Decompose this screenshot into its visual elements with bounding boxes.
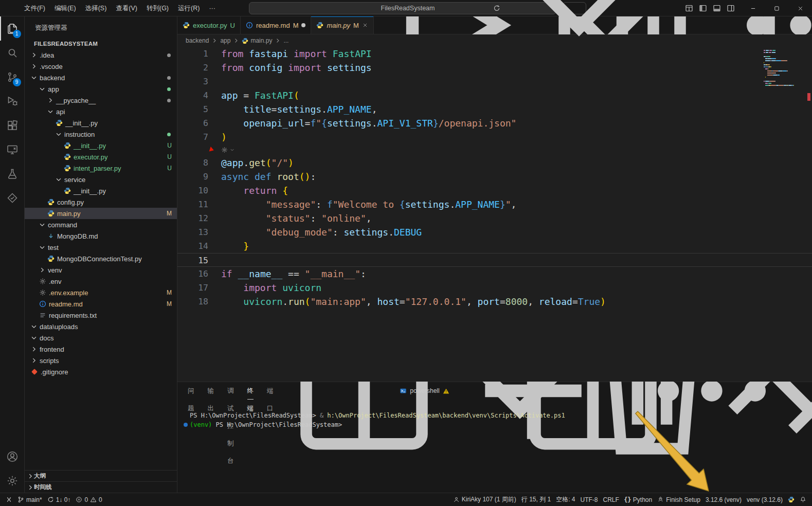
terminal[interactable]: PS H:\OwnProject\FilesReadSysteam> & h:\…	[177, 400, 812, 493]
tree-item-data-uploads[interactable]: data\uploads	[25, 321, 177, 332]
status-cursor-position[interactable]: 行 15, 列 1	[519, 493, 553, 506]
tree-item-api[interactable]: api	[25, 106, 177, 117]
menu-item[interactable]: 编辑(E)	[50, 3, 81, 14]
tree-item-MongoDB.md[interactable]: MongoDB.md	[25, 230, 177, 242]
minimize-button[interactable]	[741, 0, 765, 16]
code-line-4[interactable]: 4 app = FastAPI(	[177, 88, 812, 102]
customize-layout-icon[interactable]	[685, 4, 693, 12]
tree-item-main.py[interactable]: main.pyM	[25, 208, 177, 219]
code-line-17[interactable]: 17 import uvicorn	[177, 281, 812, 295]
sidebar-section-时间线[interactable]: 时间线	[25, 481, 177, 493]
code-line-10[interactable]: 10 return {	[177, 184, 812, 197]
activity-extensions[interactable]	[0, 113, 25, 137]
code-line-8[interactable]: 8 @app.get("/")	[177, 156, 812, 170]
breadcrumb-item[interactable]: main.py	[242, 37, 272, 44]
session-toolbar-button[interactable]	[563, 2, 586, 14]
code-line-15[interactable]: 15	[177, 253, 812, 267]
code-line-16[interactable]: 16 if __name__ == "__main__":	[177, 267, 812, 281]
status-end-of-line[interactable]: CRLF	[601, 493, 622, 506]
activity-accounts[interactable]	[0, 444, 25, 468]
tree-item-app[interactable]: app	[25, 83, 177, 95]
tree-item-.idea[interactable]: .idea	[25, 49, 177, 61]
go-back-icon[interactable]	[218, 4, 226, 12]
status-python-environment[interactable]: venv (3.12.6)	[744, 493, 785, 506]
tree-item-test[interactable]: test	[25, 242, 177, 253]
toggle-panel-icon[interactable]	[713, 4, 721, 12]
status-remote-indicator[interactable]	[3, 493, 15, 506]
tree-item-MongoDBConnectionTest.py[interactable]: MongoDBConnectionTest.py	[25, 253, 177, 264]
tree-item-.vscode[interactable]: .vscode	[25, 61, 177, 72]
menu-item[interactable]: 选择(S)	[81, 3, 112, 14]
tree-item-scripts[interactable]: scripts	[25, 355, 177, 366]
editor-tab-main.py[interactable]: main.py M	[311, 16, 373, 34]
activity-manage[interactable]	[0, 468, 25, 493]
status-encoding[interactable]: UTF-8	[578, 493, 601, 506]
tree-item-venv[interactable]: venv	[25, 264, 177, 276]
menu-item[interactable]: 运行(R)	[173, 3, 204, 14]
status-git-sync[interactable]: 1↓ 0↑	[45, 493, 74, 506]
tree-item-.gitignore[interactable]: .gitignore	[25, 366, 177, 377]
panel-tab-问题[interactable]: 问题	[188, 382, 194, 400]
status-gitlens-blame[interactable]: KiriAky 107 (1 周前)	[450, 493, 519, 506]
editor-tab-executor.py[interactable]: executor.py U	[177, 16, 241, 34]
breadcrumb-item[interactable]: backend	[186, 37, 209, 44]
code-line-11[interactable]: 11 "message": f"Welcome to {settings.APP…	[177, 197, 812, 211]
editor-tab-readme.md[interactable]: readme.md M	[241, 16, 312, 34]
activity-testing[interactable]	[0, 161, 25, 186]
code-line-13[interactable]: 13 "debug_mode": settings.DEBUG	[177, 225, 812, 239]
breadcrumb[interactable]: backend app main.py ...	[177, 34, 812, 47]
code-line-9[interactable]: 9 async def root():	[177, 170, 812, 184]
tree-item-.env[interactable]: .env	[25, 276, 177, 287]
code-line-12[interactable]: 12 "status": "online",	[177, 211, 812, 225]
code-line-7[interactable]: 7 )	[177, 130, 812, 144]
tree-item-.env.example[interactable]: .env.exampleM	[25, 287, 177, 298]
tree-item-__init__.py[interactable]: __init__.py	[25, 117, 177, 129]
tree-item-service[interactable]: service	[25, 174, 177, 185]
status-finish-setup[interactable]: Finish Setup	[655, 493, 703, 506]
sidebar-more-actions-icon[interactable]	[161, 24, 170, 32]
dirty-indicator-icon[interactable]	[301, 23, 305, 27]
maximize-button[interactable]	[765, 0, 788, 16]
activity-search[interactable]	[0, 41, 25, 65]
menu-item[interactable]: 转到(G)	[142, 3, 173, 14]
status-language-mode[interactable]: {}Python	[622, 493, 655, 506]
activity-source-control[interactable]: 9	[0, 65, 25, 89]
activity-run-and-debug[interactable]	[0, 89, 25, 113]
tree-item-intent_parser.py[interactable]: intent_parser.pyU	[25, 162, 177, 174]
breadcrumb-item[interactable]: app	[220, 37, 230, 44]
tree-item-executor.py[interactable]: executor.pyU	[25, 151, 177, 162]
chevron-down-icon[interactable]	[229, 147, 235, 153]
menu-item[interactable]: 查看(V)	[111, 3, 142, 14]
tree-item-docs[interactable]: docs	[25, 332, 177, 344]
panel-tab-终端[interactable]: 终端	[247, 382, 254, 400]
tree-item-config.py[interactable]: config.py	[25, 196, 177, 208]
activity-remote-explorer[interactable]	[0, 137, 25, 161]
activity-ai-extension[interactable]	[0, 186, 25, 210]
menu-item[interactable]: 文件(F)	[20, 3, 50, 14]
status-python-interpreter[interactable]: 3.12.6 (venv)	[703, 493, 744, 506]
code-line-2[interactable]: 2 from config import settings	[177, 61, 812, 75]
toggle-secondary-sidebar-icon[interactable]	[727, 4, 735, 12]
close-icon[interactable]	[362, 22, 368, 28]
code-line-1[interactable]: 1 from fastapi import FastAPI	[177, 47, 812, 61]
sidebar-section-大纲[interactable]: 大纲	[25, 470, 177, 481]
panel-tab-输出[interactable]: 输出	[208, 382, 214, 400]
status-git-branch[interactable]: main*	[15, 493, 45, 506]
command-decoration-icon[interactable]	[184, 423, 188, 427]
status-problems[interactable]: 00	[73, 493, 104, 506]
minimap[interactable]	[764, 50, 804, 87]
panel-tab-端口[interactable]: 端口	[267, 382, 274, 400]
code-line-6[interactable]: 6 openapi_url=f"{settings.API_V1_STR}/op…	[177, 116, 812, 130]
code-line-18[interactable]: 18 uvicorn.run("main:app", host="127.0.0…	[177, 295, 812, 309]
status-indentation[interactable]: 空格: 4	[553, 493, 578, 506]
status-notifications[interactable]	[797, 493, 809, 506]
tree-item-requirements.txt[interactable]: requirements.txt	[25, 310, 177, 321]
code-line-14[interactable]: 14 }	[177, 239, 812, 253]
tree-item-readme.md[interactable]: readme.mdM	[25, 298, 177, 310]
close-button[interactable]	[788, 0, 812, 16]
code-editor[interactable]: 1 from fastapi import FastAPI 2 from con…	[177, 47, 812, 382]
tree-item-__pycache__[interactable]: __pycache__	[25, 95, 177, 106]
go-forward-icon[interactable]	[234, 4, 243, 12]
tree-item-command[interactable]: command	[25, 219, 177, 230]
breadcrumb-item[interactable]: ...	[283, 37, 288, 44]
